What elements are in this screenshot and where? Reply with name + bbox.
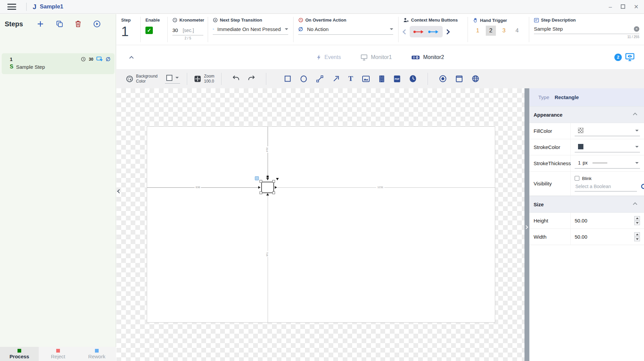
resize-handle-ne[interactable]	[272, 180, 275, 183]
preview-monitor-icon[interactable]	[625, 53, 635, 61]
frame-tool-icon[interactable]	[455, 75, 463, 83]
expand-panel-icon[interactable]	[524, 225, 528, 229]
stroke-thickness-label: StrokeThickness	[530, 155, 571, 171]
width-increment-icon[interactable]	[634, 232, 640, 237]
blink-checkbox[interactable]	[575, 176, 579, 181]
type-label: Type	[538, 94, 549, 100]
arrow-tool-icon[interactable]	[332, 75, 340, 83]
hand-trigger-section-label: Hand Trigger	[480, 18, 507, 23]
width-decrement-icon[interactable]	[634, 237, 640, 241]
undo-icon[interactable]	[232, 75, 240, 83]
height-stepper[interactable]	[634, 216, 640, 225]
image-tool-icon[interactable]	[362, 76, 370, 82]
enable-checkbox[interactable]: ✓	[145, 27, 153, 34]
redo-icon[interactable]	[248, 75, 255, 83]
height-decrement-icon[interactable]	[634, 221, 640, 225]
video-tool-icon[interactable]	[379, 75, 385, 83]
boolean-search-icon[interactable]	[640, 183, 644, 191]
overtime-dropdown[interactable]: ∅ No Action	[298, 26, 393, 35]
line-tool-icon[interactable]	[316, 75, 324, 83]
dimension-right-arrow	[275, 186, 277, 189]
clock-tool-icon[interactable]	[409, 75, 416, 83]
collapse-sidebar-icon[interactable]	[118, 188, 121, 194]
rectangle-tool-icon[interactable]	[284, 75, 291, 82]
height-increment-icon[interactable]	[634, 216, 640, 220]
size-section-header[interactable]: Size	[530, 196, 644, 213]
legend-reject[interactable]: Reject	[39, 347, 77, 361]
zoom-fit-icon[interactable]	[194, 75, 201, 83]
dimension-top-arrow	[266, 178, 269, 180]
resize-handle-sw[interactable]	[260, 191, 262, 194]
stroke-thickness-value: 1	[578, 160, 581, 166]
reject-color-swatch	[56, 349, 60, 353]
minimize-button[interactable]: –	[609, 4, 612, 10]
titlebar-divider	[26, 3, 27, 11]
step-settings-toolbar: Step 1 Enable ✓ Kronometer 30 [sec.] 2 /…	[116, 14, 644, 45]
resize-handle-se[interactable]	[272, 191, 275, 194]
svg-text:PDF: PDF	[395, 78, 399, 80]
inspector-header: Type Rectangle	[530, 88, 644, 106]
dimension-bottom-value: 716	[265, 251, 269, 257]
appearance-collapse-icon	[633, 113, 637, 117]
current-step-number: 1	[121, 25, 129, 38]
appearance-section-header[interactable]: Appearance	[530, 106, 644, 123]
context-next-icon[interactable]	[445, 29, 450, 34]
kronometer-value[interactable]: 30	[172, 27, 178, 33]
rework-label: Rework	[88, 354, 105, 359]
hand-trigger-option-1[interactable]: 1	[473, 26, 483, 36]
app-title: Sample1	[40, 3, 63, 10]
legend-process[interactable]: Process	[0, 347, 39, 361]
hamburger-menu-icon[interactable]	[7, 4, 16, 10]
shape-menu-caret-icon[interactable]	[276, 178, 279, 180]
visibility-boolean-input[interactable]	[575, 183, 637, 191]
design-canvas[interactable]: 314 636 1231 716	[116, 88, 524, 361]
zoom-label-value: Zoom 100.0	[204, 74, 214, 84]
height-value[interactable]: 50.00	[575, 218, 587, 223]
text-tool-icon[interactable]: T	[348, 74, 353, 83]
context-menu-buttons-box[interactable]	[410, 26, 443, 37]
context-prev-icon[interactable]	[403, 29, 408, 34]
width-row: Width 50.00	[530, 229, 644, 245]
process-color-swatch	[18, 349, 21, 353]
palette-icon	[126, 75, 133, 83]
width-stepper[interactable]	[634, 232, 640, 241]
delete-step-icon[interactable]	[75, 20, 81, 28]
tab-monitor2-active[interactable]: Monitor2	[411, 54, 444, 60]
pdf-tool-icon[interactable]: PDF	[394, 75, 401, 83]
monitor-page[interactable]	[147, 126, 495, 323]
zoom-label: Zoom	[204, 74, 214, 79]
fill-color-dropdown[interactable]	[575, 126, 640, 136]
size-collapse-icon	[633, 202, 637, 207]
transition-dropdown[interactable]: Immediate On Next Pressed	[213, 26, 288, 35]
stroke-thickness-dropdown[interactable]: 1 px	[575, 158, 640, 169]
step-description-input[interactable]	[534, 26, 631, 32]
width-value[interactable]: 50.00	[575, 234, 587, 240]
legend-rework[interactable]: Rework	[77, 347, 116, 361]
add-step-icon[interactable]	[36, 20, 44, 28]
tab-monitor1[interactable]: Monitor1	[361, 54, 392, 61]
ellipse-tool-icon[interactable]	[300, 75, 307, 83]
stroke-color-caret-icon	[635, 146, 639, 148]
stroke-color-dropdown[interactable]	[575, 142, 640, 152]
hand-trigger-option-3[interactable]: 3	[499, 26, 509, 36]
resize-handle-nw[interactable]	[260, 180, 262, 183]
run-step-icon[interactable]	[93, 20, 101, 28]
process-label: Process	[9, 354, 29, 359]
background-color-picker[interactable]	[165, 74, 180, 84]
shape-anchor-icon[interactable]	[255, 176, 259, 180]
description-clear-icon[interactable]: ✕	[634, 26, 639, 32]
tab-events[interactable]: Events	[316, 54, 341, 60]
maximize-button[interactable]	[621, 4, 625, 10]
panel-splitter[interactable]	[524, 88, 529, 361]
height-label: Height	[530, 213, 571, 229]
zoom-value: 100.0	[204, 79, 214, 84]
close-button[interactable]: ✕	[634, 4, 639, 10]
copy-step-icon[interactable]	[56, 20, 63, 28]
events-tab-label: Events	[325, 54, 341, 60]
dimension-bottom-arrow	[266, 193, 269, 195]
step-list-item[interactable]: 1 30 ∅ S Sample Step	[2, 53, 114, 74]
hand-trigger-option-4[interactable]: 4	[512, 26, 522, 36]
hand-trigger-option-2-selected[interactable]: 2	[486, 26, 496, 36]
record-tool-icon[interactable]	[439, 75, 447, 83]
web-tool-icon[interactable]	[472, 75, 479, 83]
